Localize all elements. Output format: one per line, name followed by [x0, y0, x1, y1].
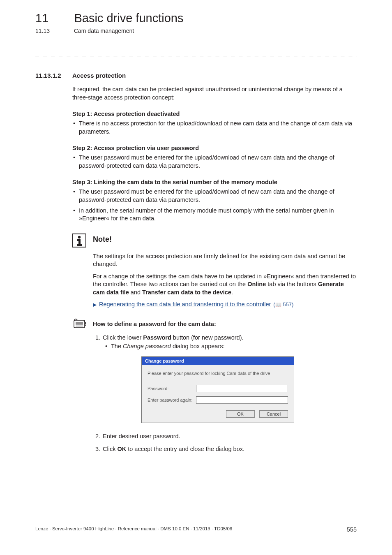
page-number: 555: [347, 526, 357, 533]
info-icon: [72, 234, 86, 247]
dialog-prompt: Please enter your password for locking C…: [148, 371, 288, 376]
svg-rect-3: [78, 239, 81, 245]
chapter-title: Basic drive functions: [74, 12, 183, 25]
subchapter-title: Cam data management: [74, 28, 134, 34]
page-footer: Lenze · Servo-Inverter 9400 HighLine · R…: [35, 526, 357, 533]
password-again-input[interactable]: [196, 396, 288, 404]
section-number: 11.13.1.2: [35, 72, 72, 79]
step-bullet: The user password must be entered for th…: [72, 188, 357, 204]
list-item: 1. Click the lower Password button (for …: [93, 333, 357, 342]
book-icon: 📖: [275, 302, 281, 308]
step-bullet: The user password must be entered for th…: [72, 154, 357, 170]
intro-paragraph: If required, the cam data can be protect…: [72, 86, 357, 102]
list-sub-item: The Change password dialog box appears:: [104, 342, 357, 351]
list-item: 2. Enter desired user password.: [93, 432, 357, 441]
howto-title: How to define a password for the cam dat…: [93, 321, 216, 327]
note-title: Note!: [93, 235, 112, 244]
arrow-icon: ▶: [93, 301, 97, 308]
svg-point-1: [78, 236, 81, 238]
dialog-titlebar: Change password: [142, 357, 294, 365]
section-heading: 11.13.1.2 Access protection: [35, 72, 357, 79]
password-label: Password:: [148, 386, 196, 391]
cross-reference-link[interactable]: ▶ Regenerating the cam data file and tra…: [93, 301, 357, 309]
password-again-label: Enter password again:: [148, 398, 196, 402]
link-page: (📖 557): [273, 301, 293, 308]
step-bullet: There is no access protection for the up…: [72, 120, 357, 136]
list-number: 1.: [93, 333, 100, 342]
svg-rect-4: [77, 244, 82, 246]
separator: _ _ _ _ _ _ _ _ _ _ _ _ _ _ _ _ _ _ _ _ …: [35, 49, 357, 56]
list-item: 3. Click OK to accept the entry and clos…: [93, 445, 357, 453]
note-paragraph: For a change of the settings the cam dat…: [93, 273, 357, 297]
change-password-dialog: Change password Please enter your passwo…: [141, 356, 294, 423]
cancel-button[interactable]: Cancel: [259, 410, 288, 418]
step-title: Step 2: Access protection via user passw…: [72, 145, 357, 151]
subchapter-row: 11.13 Cam data management: [35, 28, 357, 34]
section-title: Access protection: [72, 72, 126, 79]
step-bullet: In addition, the serial number of the me…: [72, 207, 357, 223]
ok-button[interactable]: OK: [226, 410, 255, 418]
note-paragraph: The settings for the access protection a…: [93, 252, 357, 268]
list-number: 2.: [93, 432, 100, 441]
chapter-header: 11 Basic drive functions: [35, 12, 357, 25]
step-title: Step 1: Access protection deactivated: [72, 111, 357, 117]
footer-text: Lenze · Servo-Inverter 9400 HighLine · R…: [35, 526, 232, 533]
chapter-number: 11: [35, 12, 72, 25]
subchapter-number: 11.13: [35, 28, 72, 34]
step-title: Step 3: Linking the cam data to the seri…: [72, 179, 357, 185]
link-text: Regenerating the cam data file and trans…: [99, 301, 271, 309]
note-body: The settings for the access protection a…: [93, 252, 357, 309]
procedure-icon: [72, 319, 88, 329]
list-number: 3.: [93, 445, 100, 453]
password-input[interactable]: [196, 385, 288, 392]
